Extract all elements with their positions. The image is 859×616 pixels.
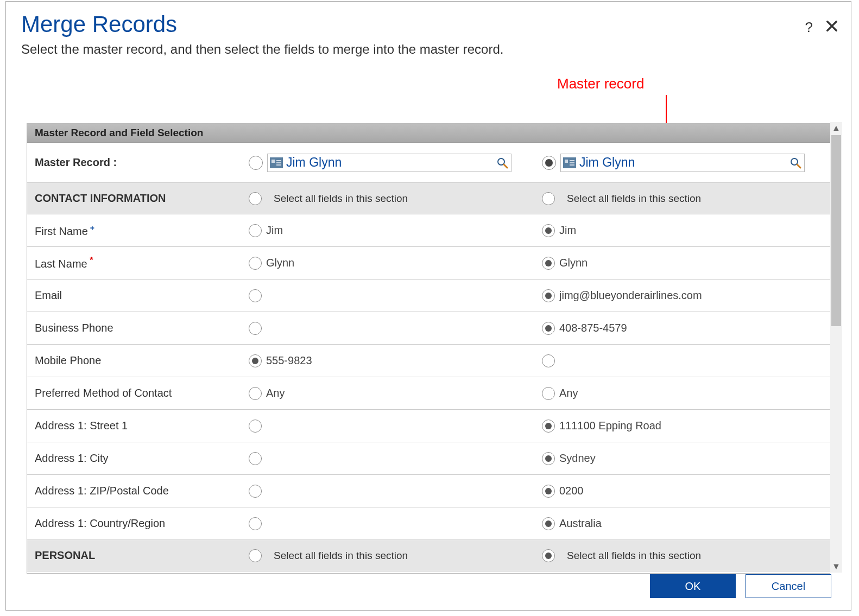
select-all-right[interactable]: Select all fields in this section bbox=[538, 549, 830, 562]
radio-field-right[interactable] bbox=[542, 289, 555, 302]
field-row: Mobile Phone555-9823 bbox=[27, 345, 830, 377]
select-all-left[interactable]: Select all fields in this section bbox=[244, 192, 538, 205]
select-all-text: Select all fields in this section bbox=[266, 550, 408, 562]
field-choice-right[interactable]: Glynn bbox=[538, 257, 830, 270]
master-record-choice-left[interactable]: Jim Glynn bbox=[244, 154, 538, 172]
section-name: PERSONAL bbox=[27, 549, 244, 562]
annotation-master-label: Master record bbox=[557, 75, 644, 92]
select-all-left[interactable]: Select all fields in this section bbox=[244, 549, 538, 562]
radio-field-left[interactable] bbox=[249, 257, 262, 270]
radio-field-left[interactable] bbox=[249, 354, 262, 367]
radio-field-right[interactable] bbox=[542, 452, 555, 465]
radio-field-right[interactable] bbox=[542, 485, 555, 498]
master-record-row: Master Record : Jim Glynn Jim Glynn bbox=[27, 143, 830, 183]
radio-field-right[interactable] bbox=[542, 257, 555, 270]
field-choice-left[interactable] bbox=[244, 485, 538, 498]
select-all-text: Select all fields in this section bbox=[559, 193, 701, 205]
close-icon[interactable] bbox=[826, 19, 838, 36]
field-value-right: Australia bbox=[559, 517, 602, 530]
field-label: Last Name * bbox=[27, 256, 244, 270]
lookup-record-right[interactable]: Jim Glynn bbox=[560, 154, 805, 172]
field-row: Last Name *GlynnGlynn bbox=[27, 247, 830, 280]
radio-field-left[interactable] bbox=[249, 289, 262, 302]
field-choice-right[interactable]: 0200 bbox=[538, 485, 830, 498]
help-icon[interactable]: ? bbox=[805, 19, 813, 36]
radio-field-right[interactable] bbox=[542, 354, 555, 367]
field-label: Mobile Phone bbox=[27, 354, 244, 367]
radio-select-all-right[interactable] bbox=[542, 549, 555, 562]
radio-field-left[interactable] bbox=[249, 517, 262, 530]
field-row: Address 1: ZIP/Postal Code0200 bbox=[27, 475, 830, 507]
ok-button[interactable]: OK bbox=[650, 574, 736, 598]
lookup-record-left[interactable]: Jim Glynn bbox=[267, 154, 511, 172]
field-choice-right[interactable]: Jim bbox=[538, 224, 830, 237]
radio-select-all-right[interactable] bbox=[542, 192, 555, 205]
scrollbar[interactable]: ▲ ▼ bbox=[830, 122, 842, 573]
radio-field-right[interactable] bbox=[542, 387, 555, 400]
radio-select-all-left[interactable] bbox=[249, 549, 262, 562]
field-choice-left[interactable]: Glynn bbox=[244, 257, 538, 270]
radio-select-all-left[interactable] bbox=[249, 192, 262, 205]
radio-field-right[interactable] bbox=[542, 517, 555, 530]
field-label: Address 1: City bbox=[27, 452, 244, 465]
field-choice-right[interactable]: Australia bbox=[538, 517, 830, 530]
field-row: Business Phone408-875-4579 bbox=[27, 312, 830, 345]
field-choice-left[interactable] bbox=[244, 452, 538, 465]
field-choice-right[interactable] bbox=[538, 354, 830, 367]
section-bar: Master Record and Field Selection bbox=[27, 124, 830, 143]
field-row: Emailjimg@blueyonderairlines.com bbox=[27, 280, 830, 312]
required-recommended-icon: + bbox=[88, 224, 94, 232]
field-value-right: 111100 Epping Road bbox=[559, 420, 661, 432]
field-value-right: Jim bbox=[559, 224, 576, 237]
field-choice-left[interactable]: Any bbox=[244, 387, 538, 400]
section-header-row: CONTACT INFORMATIONSelect all fields in … bbox=[27, 183, 830, 214]
select-all-right[interactable]: Select all fields in this section bbox=[538, 192, 830, 205]
field-choice-left[interactable] bbox=[244, 289, 538, 302]
scrollbar-thumb[interactable] bbox=[831, 135, 841, 326]
field-choice-left[interactable] bbox=[244, 322, 538, 335]
field-choice-right[interactable]: Sydney bbox=[538, 452, 830, 465]
master-record-choice-right[interactable]: Jim Glynn bbox=[538, 154, 830, 172]
contact-card-icon bbox=[270, 157, 283, 168]
required-icon: * bbox=[87, 256, 93, 265]
select-all-text: Select all fields in this section bbox=[266, 193, 408, 205]
field-choice-left[interactable] bbox=[244, 420, 538, 433]
master-record-label: Master Record : bbox=[27, 156, 244, 169]
field-choice-left[interactable]: 555-9823 bbox=[244, 354, 538, 367]
radio-field-left[interactable] bbox=[249, 387, 262, 400]
radio-field-right[interactable] bbox=[542, 224, 555, 237]
radio-field-right[interactable] bbox=[542, 420, 555, 433]
field-value-left: 555-9823 bbox=[266, 354, 312, 367]
radio-field-left[interactable] bbox=[249, 485, 262, 498]
scroll-up-icon[interactable]: ▲ bbox=[832, 122, 841, 134]
lookup-search-icon[interactable] bbox=[789, 156, 802, 169]
field-value-left: Any bbox=[266, 387, 285, 399]
field-choice-left[interactable]: Jim bbox=[244, 224, 538, 237]
field-choice-right[interactable]: 111100 Epping Road bbox=[538, 420, 830, 433]
radio-master-left[interactable] bbox=[249, 156, 263, 170]
section-name: CONTACT INFORMATION bbox=[27, 192, 244, 205]
radio-master-right[interactable] bbox=[542, 156, 556, 170]
field-label: First Name + bbox=[27, 224, 244, 238]
field-choice-right[interactable]: 408-875-4579 bbox=[538, 322, 830, 335]
field-value-right: Any bbox=[559, 387, 578, 399]
field-row: Address 1: Street 1111100 Epping Road bbox=[27, 410, 830, 442]
radio-field-left[interactable] bbox=[249, 452, 262, 465]
scroll-down-icon[interactable]: ▼ bbox=[832, 561, 841, 573]
lookup-search-icon[interactable] bbox=[496, 156, 509, 169]
field-value-right: Glynn bbox=[559, 257, 588, 269]
field-choice-right[interactable]: jimg@blueyonderairlines.com bbox=[538, 289, 830, 302]
page-title: Merge Records bbox=[21, 11, 836, 37]
radio-field-right[interactable] bbox=[542, 322, 555, 335]
lookup-record-right-text: Jim Glynn bbox=[579, 155, 786, 170]
cancel-button[interactable]: Cancel bbox=[746, 574, 831, 598]
field-value-left: Jim bbox=[266, 224, 283, 237]
field-choice-right[interactable]: Any bbox=[538, 387, 830, 400]
field-label: Address 1: Street 1 bbox=[27, 420, 244, 432]
radio-field-left[interactable] bbox=[249, 420, 262, 433]
radio-field-left[interactable] bbox=[249, 322, 262, 335]
field-label: Business Phone bbox=[27, 322, 244, 334]
contact-card-icon bbox=[563, 157, 576, 168]
field-choice-left[interactable] bbox=[244, 517, 538, 530]
radio-field-left[interactable] bbox=[249, 224, 262, 237]
